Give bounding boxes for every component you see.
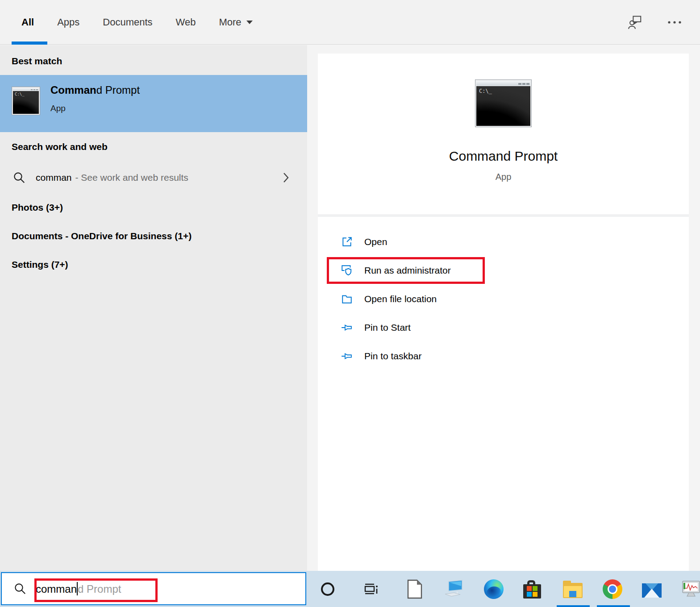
edge-icon[interactable] [483,578,504,600]
category-photos[interactable]: Photos (3+) [12,202,63,213]
action-pin-to-taskbar[interactable]: Pin to taskbar [318,342,689,370]
ellipsis-icon[interactable] [667,20,682,25]
web-search-suggestion[interactable]: comman- See work and web results [0,163,307,192]
action-open-file-location[interactable]: Open file location [318,285,689,313]
search-query-text: command Prompt [36,582,121,595]
active-tab-underline [12,42,47,45]
open-icon [340,235,354,249]
action-pin-to-start-label: Pin to Start [364,322,411,333]
command-prompt-icon-large: C:\_ [475,79,532,127]
search-typed-text: comman [36,583,77,595]
results-panel: Best match C:\_ Command Prompt App Searc… [0,45,307,571]
libreoffice-icon[interactable] [404,578,425,600]
this-pc-icon[interactable] [443,578,464,600]
tab-documents[interactable]: Documents [103,17,152,28]
preview-app-title: Command Prompt [318,149,689,164]
suggestion-query: comman [36,172,72,183]
pin-icon [340,349,354,363]
action-run-as-administrator-label: Run as administrator [364,265,451,276]
pin-icon [340,321,354,334]
action-open-label: Open [364,237,387,247]
chrome-running-indicator [597,605,630,607]
best-match-type: App [50,104,140,113]
best-match-result-command-prompt[interactable]: C:\_ Command Prompt App [0,75,307,132]
action-pin-to-start[interactable]: Pin to Start [318,313,689,342]
filter-tabs: All Apps Documents Web More [0,0,700,44]
task-view-icon[interactable] [360,578,381,600]
best-match-title: Command Prompt [50,84,140,96]
action-pin-to-taskbar-label: Pin to taskbar [364,351,421,362]
action-open[interactable]: Open [318,228,689,256]
category-documents-onedrive[interactable]: Documents - OneDrive for Business (1+) [12,231,192,241]
taskbar: command Prompt [0,571,700,607]
cortana-icon[interactable] [317,578,338,600]
action-run-as-administrator[interactable]: Run as administrator [318,256,689,285]
search-icon [12,171,26,184]
taskbar-search-input[interactable]: command Prompt [1,572,306,605]
preview-app-type: App [318,172,689,182]
mail-icon[interactable] [641,578,662,600]
tab-web[interactable]: Web [176,17,196,28]
chrome-icon[interactable] [602,578,623,600]
file-explorer-icon[interactable] [562,578,583,600]
action-open-file-location-label: Open file location [364,294,437,304]
suggestion-hint: - See work and web results [75,172,188,183]
search-autocomplete-text: d Prompt [78,583,121,595]
search-filter-header: All Apps Documents Web More [0,0,700,45]
preview-divider [318,214,689,217]
feedback-person-chat-icon[interactable] [628,14,644,30]
chevron-right-icon[interactable] [281,172,290,183]
tab-all[interactable]: All [21,17,34,28]
search-icon [13,582,27,595]
microsoft-store-icon[interactable] [521,578,543,600]
preview-panel: C:\_ Command Prompt App Open [318,54,689,571]
context-actions: Open Run as administrator Open file [318,228,689,370]
tab-apps[interactable]: Apps [57,17,79,28]
windows-search-flyout: All Apps Documents Web More [0,0,700,607]
category-settings[interactable]: Settings (7+) [12,259,68,270]
performance-monitor-icon[interactable] [680,578,700,600]
file-explorer-running-indicator [557,605,590,607]
best-match-title-typed: Comman [50,84,96,96]
tab-more[interactable]: More [219,17,253,28]
command-prompt-icon: C:\_ [12,87,40,115]
open-file-location-icon [340,292,354,306]
tab-more-label: More [219,17,241,28]
best-match-heading: Best match [12,56,62,67]
chevron-down-icon [246,20,253,25]
best-match-title-rest: d Prompt [96,84,140,96]
search-work-web-heading: Search work and web [12,141,108,152]
run-as-admin-icon [340,264,354,277]
